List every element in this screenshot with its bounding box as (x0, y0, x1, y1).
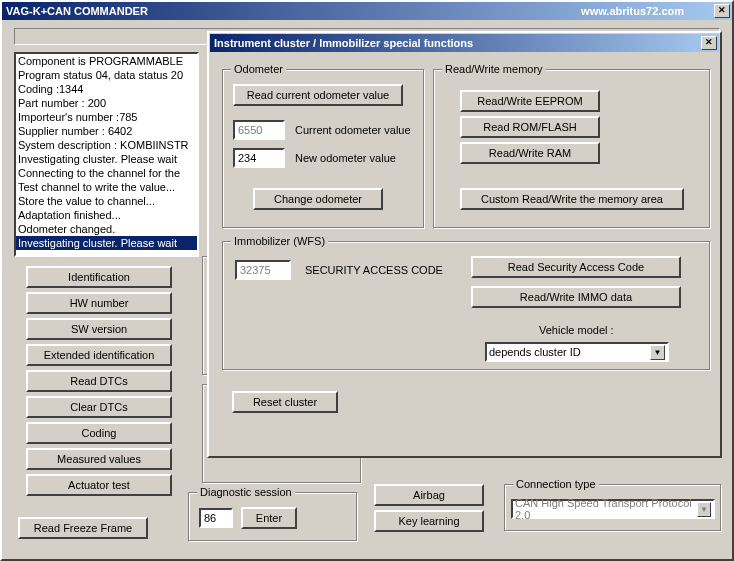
readwrite-ram-button[interactable]: Read/Write RAM (460, 142, 600, 164)
read-dtcs-button[interactable]: Read DTCs (26, 370, 172, 392)
connection-type-value: CAN High Speed Transport Protocol 2.0 (515, 497, 697, 521)
clear-dtcs-button[interactable]: Clear DTCs (26, 396, 172, 418)
security-code-label: SECURITY ACCESS CODE (305, 264, 443, 276)
log-line[interactable]: Coding :1344 (16, 82, 197, 96)
log-line[interactable]: Store the value to channel... (16, 194, 197, 208)
vehicle-model-label: Vehicle model : (539, 324, 614, 336)
connection-type-legend: Connection type (513, 478, 599, 490)
log-line[interactable]: Investigating cluster. Please wait (16, 236, 197, 250)
diagnostic-enter-button[interactable]: Enter (241, 507, 297, 529)
coding-button[interactable]: Coding (26, 422, 172, 444)
security-code-input: 32375 (235, 260, 291, 280)
log-line[interactable]: Importeur's number :785 (16, 110, 197, 124)
log-line[interactable]: Component is PROGRAMMABLE (16, 54, 197, 68)
sw-version-button[interactable]: SW version (26, 318, 172, 340)
hw-number-button[interactable]: HW number (26, 292, 172, 314)
immobilizer-legend: Immobilizer (WFS) (231, 235, 328, 247)
measured-values-button[interactable]: Measured values (26, 448, 172, 470)
readwrite-eeprom-button[interactable]: Read/Write EEPROM (460, 90, 600, 112)
chevron-down-icon: ▼ (697, 502, 711, 517)
log-line[interactable]: Investigating cluster. Please wait (16, 152, 197, 166)
readwrite-memory-group: Read/Write memory Read/Write EEPROM Read… (433, 69, 711, 229)
new-odometer-label: New odometer value (295, 152, 396, 164)
log-line[interactable]: Part number : 200 (16, 96, 197, 110)
side-button-column: IdentificationHW numberSW versionExtende… (26, 266, 176, 500)
key-learning-button[interactable]: Key learning (374, 510, 484, 532)
close-icon[interactable]: ✕ (714, 4, 730, 18)
read-security-code-button[interactable]: Read Security Access Code (471, 256, 681, 278)
app-url: www.abritus72.com (581, 5, 684, 17)
current-odometer-input: 6550 (233, 120, 285, 140)
connection-type-select[interactable]: CAN High Speed Transport Protocol 2.0 ▼ (511, 499, 715, 519)
log-line[interactable]: Test channel to write the value... (16, 180, 197, 194)
odometer-group: Odometer Read current odometer value 655… (222, 69, 425, 229)
chevron-down-icon: ▼ (650, 345, 665, 360)
log-line[interactable]: Program status 04, data status 20 (16, 68, 197, 82)
special-functions-dialog: Instrument cluster / Immobilizer special… (207, 31, 722, 458)
airbag-button[interactable]: Airbag (374, 484, 484, 506)
dialog-client: Odometer Read current odometer value 655… (212, 55, 717, 453)
log-line[interactable]: Odometer changed. (16, 222, 197, 236)
app-title: VAG-K+CAN COMMANDER (6, 5, 148, 17)
immobilizer-group: Immobilizer (WFS) 32375 SECURITY ACCESS … (222, 241, 711, 371)
actuator-test-button[interactable]: Actuator test (26, 474, 172, 496)
reset-cluster-button[interactable]: Reset cluster (232, 391, 338, 413)
close-icon[interactable]: ✕ (701, 36, 717, 50)
readwrite-memory-legend: Read/Write memory (442, 63, 546, 75)
change-odometer-button[interactable]: Change odometer (253, 188, 383, 210)
dialog-titlebar: Instrument cluster / Immobilizer special… (210, 34, 719, 52)
extended-identification-button[interactable]: Extended identification (26, 344, 172, 366)
diagnostic-session-group: Diagnostic session 86 Enter (188, 492, 358, 542)
readwrite-immo-button[interactable]: Read/Write IMMO data (471, 286, 681, 308)
connection-type-group: Connection type CAN High Speed Transport… (504, 484, 722, 532)
vehicle-model-select[interactable]: depends cluster ID ▼ (485, 342, 669, 362)
new-odometer-input[interactable]: 234 (233, 148, 285, 168)
odometer-legend: Odometer (231, 63, 286, 75)
log-line[interactable]: Supplier number : 6402 (16, 124, 197, 138)
read-rom-flash-button[interactable]: Read ROM/FLASH (460, 116, 600, 138)
vehicle-model-value: depends cluster ID (489, 346, 581, 358)
main-titlebar: VAG-K+CAN COMMANDER www.abritus72.com ✕ (2, 2, 732, 20)
diagnostic-session-input[interactable]: 86 (199, 508, 233, 528)
dialog-title: Instrument cluster / Immobilizer special… (214, 37, 473, 49)
log-line[interactable]: Adaptation finished... (16, 208, 197, 222)
log-line[interactable]: Connecting to the channel for the (16, 166, 197, 180)
custom-readwrite-button[interactable]: Custom Read/Write the memory area (460, 188, 684, 210)
log-line[interactable]: System description : KOMBIINSTR (16, 138, 197, 152)
diagnostic-session-legend: Diagnostic session (197, 486, 295, 498)
log-list[interactable]: Component is PROGRAMMABLEProgram status … (14, 52, 199, 257)
read-odometer-button[interactable]: Read current odometer value (233, 84, 403, 106)
identification-button[interactable]: Identification (26, 266, 172, 288)
current-odometer-label: Current odometer value (295, 124, 411, 136)
read-freeze-frame-button[interactable]: Read Freeze Frame (18, 517, 148, 539)
